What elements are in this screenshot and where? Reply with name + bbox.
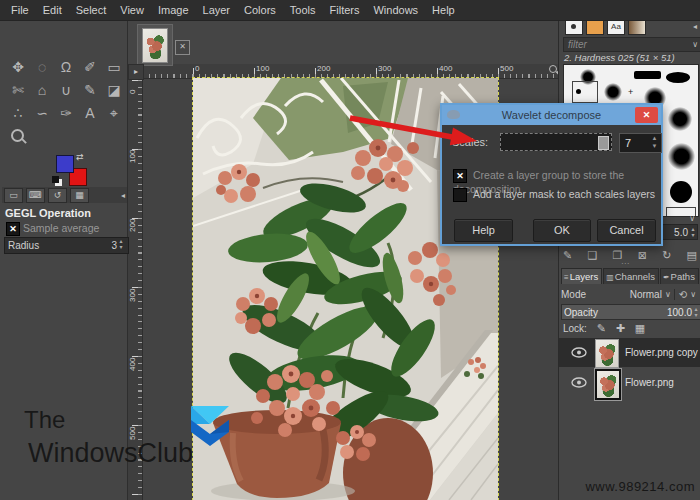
visibility-eye-icon[interactable]	[571, 347, 587, 358]
lock-paint-icon[interactable]: ✎	[597, 322, 606, 334]
swap-colors-icon[interactable]: ⇄	[76, 152, 84, 162]
brush-thumbnail[interactable]	[604, 83, 622, 101]
layer-name[interactable]: Flower.png copy	[625, 347, 698, 358]
open-brush-icon[interactable]: ▤	[687, 249, 697, 262]
crop-tool-icon[interactable]: ✄	[8, 80, 28, 100]
layer-group-checkbox[interactable]: ✕	[453, 169, 467, 183]
bucket-fill-tool-icon[interactable]: ∪	[56, 80, 76, 100]
tab-channels[interactable]: ▥Channels	[603, 268, 659, 284]
chevron-down-icon[interactable]: ∨	[665, 290, 671, 299]
mode-select[interactable]: Normal	[630, 289, 662, 300]
brush-thumbnail[interactable]	[572, 81, 598, 103]
brushes-tab[interactable]	[565, 19, 583, 35]
gradients-tab[interactable]	[628, 19, 646, 35]
scales-slider[interactable]	[500, 133, 612, 151]
dockable-tabs: Aa	[565, 19, 646, 35]
delete-brush-icon[interactable]: ⊠	[638, 249, 647, 262]
tool-options-tab[interactable]: ▭	[4, 188, 23, 203]
tab-paths[interactable]: ✒Paths	[660, 268, 699, 284]
brush-thumbnail[interactable]	[668, 143, 695, 170]
airbrush-tool-icon[interactable]: ✑	[56, 103, 76, 123]
ok-button[interactable]: OK	[533, 219, 591, 242]
collapse-dock-icon[interactable]: ◂	[121, 191, 125, 200]
menu-select[interactable]: Select	[69, 4, 114, 16]
brush-thumbnail[interactable]	[668, 107, 692, 131]
ruler-corner-button[interactable]: ▸	[128, 64, 144, 80]
scales-spin-arrows[interactable]: ▲▼	[650, 134, 659, 152]
brush-thumbnail[interactable]	[634, 71, 661, 79]
layer-name[interactable]: Flower.png	[625, 377, 674, 388]
image-window-tab[interactable]	[137, 24, 173, 66]
layer-mask-option[interactable]: Add a layer mask to each scales layers	[453, 188, 655, 202]
help-button[interactable]: Help	[454, 219, 513, 242]
default-colors-icon[interactable]	[52, 176, 59, 183]
lock-alpha-icon[interactable]: ▦	[635, 322, 645, 334]
move-tool-icon[interactable]: ✥	[8, 57, 28, 77]
opacity-slider[interactable]: Opacity 100.0 ▴▾	[561, 304, 700, 320]
menu-layer[interactable]: Layer	[196, 4, 238, 16]
image-tab-close-icon[interactable]: ✕	[175, 40, 190, 55]
paintbrush-tool-icon[interactable]: ✎	[80, 80, 100, 100]
layer-mask-label: Add a layer mask to each scales layers	[473, 188, 655, 200]
images-tab[interactable]: ▦	[70, 188, 89, 203]
visibility-eye-icon[interactable]	[571, 377, 587, 388]
menu-view[interactable]: View	[113, 4, 151, 16]
ellipse-select-tool-icon[interactable]: ◌	[32, 57, 52, 77]
radius-slider[interactable]: Radius 3 ▴▾	[4, 237, 129, 254]
tab-layers[interactable]: ≡Layers	[561, 268, 602, 284]
radius-spinner[interactable]: ▴▾	[117, 238, 125, 253]
color-picker-tool-icon[interactable]: ⌖	[104, 103, 124, 123]
dialog-close-button[interactable]: ✕	[635, 107, 658, 123]
chevron-down-icon[interactable]: ∨	[692, 38, 698, 51]
path-tool-icon[interactable]: ✐	[80, 57, 100, 77]
brush-filter-input[interactable]: filter ∨	[563, 37, 700, 52]
sample-average-option[interactable]: ✕ Sample average	[6, 222, 99, 236]
foreground-color-swatch[interactable]	[56, 155, 74, 173]
alignment-tool-icon[interactable]: ∴	[8, 103, 28, 123]
undo-history-tab[interactable]: ↺	[48, 188, 67, 203]
menu-filters[interactable]: Filters	[323, 4, 367, 16]
menu-image[interactable]: Image	[151, 4, 196, 16]
free-select-tool-icon[interactable]: Ω	[56, 57, 76, 77]
menu-tools[interactable]: Tools	[283, 4, 323, 16]
menu-windows[interactable]: Windows	[366, 4, 425, 16]
refresh-brushes-icon[interactable]: ↻	[662, 249, 671, 262]
menu-colors[interactable]: Colors	[237, 4, 283, 16]
smudge-tool-icon[interactable]: ∽	[32, 103, 52, 123]
sample-average-checkbox[interactable]: ✕	[6, 222, 20, 236]
horizontal-ruler: 0 100 200 300 400 500	[142, 64, 558, 79]
lock-position-icon[interactable]: ✚	[616, 322, 625, 334]
opacity-spinner[interactable]: ▴▾	[692, 306, 700, 318]
chevron-down-icon[interactable]: ∨	[690, 290, 696, 299]
text-tool-icon[interactable]: A	[80, 103, 100, 123]
brush-thumbnail[interactable]	[670, 181, 692, 203]
fonts-tab[interactable]: Aa	[607, 19, 625, 35]
brush-thumbnail[interactable]: +	[628, 87, 633, 97]
transform-tool-icon[interactable]: ⌂	[32, 80, 52, 100]
menu-file[interactable]: File	[4, 4, 36, 16]
menu-bar: File Edit Select View Image Layer Colors…	[0, 0, 700, 21]
scales-slider-handle[interactable]	[598, 136, 609, 150]
mode-cycle-icon[interactable]: ⟲	[674, 289, 687, 300]
collapse-dock-icon[interactable]: ◂	[693, 22, 697, 31]
scales-spinbox[interactable]: 7 ▲▼	[619, 133, 662, 153]
layer-row-selected[interactable]: Flower.png copy	[559, 338, 700, 367]
chevron-down-icon[interactable]: ∨	[689, 214, 695, 223]
layer-row[interactable]: Flower.png	[559, 368, 700, 397]
layer-thumbnail[interactable]	[595, 369, 621, 400]
cancel-button[interactable]: Cancel	[597, 219, 656, 242]
eraser-tool-icon[interactable]: ◪	[104, 80, 124, 100]
menu-edit[interactable]: Edit	[36, 4, 69, 16]
brush-thumbnail[interactable]	[666, 72, 690, 83]
edit-brush-icon[interactable]: ✎	[563, 249, 572, 262]
spacing-spinner[interactable]: ▴▾	[689, 226, 697, 238]
dialog-titlebar[interactable]: Wavelet decompose	[442, 105, 661, 125]
menu-help[interactable]: Help	[425, 4, 462, 16]
new-brush-icon[interactable]: ❑	[587, 249, 597, 262]
rectangle-select-tool-icon[interactable]: ▭	[104, 57, 124, 77]
layer-thumbnail[interactable]	[595, 339, 619, 368]
device-status-tab[interactable]: ⌨	[26, 188, 45, 203]
zoom-tool-icon[interactable]	[8, 127, 28, 147]
layer-mask-checkbox[interactable]	[453, 188, 467, 202]
patterns-tab[interactable]	[586, 19, 604, 35]
